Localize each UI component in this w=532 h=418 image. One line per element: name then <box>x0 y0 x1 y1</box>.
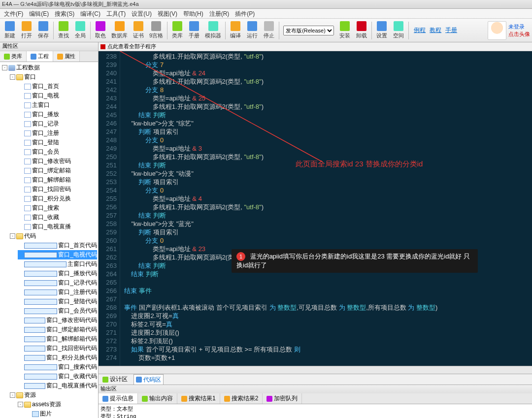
tree-item[interactable]: 窗口_电视代码 <box>18 250 97 259</box>
toolbar-编译[interactable]: 编译 <box>228 20 243 40</box>
toolbar-新建[interactable]: 新建 <box>2 20 18 40</box>
tree-item[interactable]: 窗口_电视 <box>18 91 97 100</box>
tree-item[interactable]: 窗口_积分兑换 <box>18 194 97 203</box>
tree-item[interactable]: 窗口_注册代码 <box>18 288 97 297</box>
tree-item[interactable]: 窗口_电视直播代码 <box>18 381 97 390</box>
tree-item[interactable]: -资源 <box>10 390 97 400</box>
code-icon <box>24 327 45 333</box>
tree-item[interactable]: 主窗口代码 <box>18 259 97 269</box>
toolbar-全局[interactable]: 全局 <box>72 20 88 40</box>
menu-item[interactable]: 视图(V) <box>155 9 180 18</box>
tree-item[interactable]: 窗口_搜索 <box>18 203 97 213</box>
expand-icon[interactable]: - <box>2 65 7 70</box>
tree-item[interactable]: 窗口_会员代码 <box>18 306 97 316</box>
menu-item[interactable]: 工具(T) <box>103 9 129 18</box>
tree-item[interactable]: 窗口_记录 <box>18 119 97 129</box>
tree-item[interactable]: -代码 <box>10 231 97 241</box>
annotation-number-icon: 1 <box>236 252 245 261</box>
output-tab[interactable]: 搜索结果2 <box>220 393 263 404</box>
project-tree[interactable]: -工程数据-窗口窗口_首页窗口_电视主窗口窗口_播放窗口_记录窗口_注册窗口_登… <box>0 62 98 418</box>
output-tab[interactable]: 提示信息 <box>99 393 138 404</box>
tree-item[interactable]: 窗口_首页代码 <box>18 241 97 250</box>
toolbar-打开[interactable]: 打开 <box>19 20 34 40</box>
left-tab[interactable]: 属性 <box>53 51 80 62</box>
toolbar-保存[interactable]: 保存 <box>35 20 51 40</box>
menu-item[interactable]: 设置(U) <box>129 9 155 18</box>
expand-icon[interactable]: - <box>10 233 15 239</box>
toolbar-模拟器[interactable]: 模拟器 <box>203 20 223 40</box>
editor-bottom-tabs: 设计区 代码区 <box>99 374 532 385</box>
toolbar-类库[interactable]: 类库 <box>169 20 185 40</box>
tree-item[interactable]: 窗口_收藏代码 <box>18 372 97 381</box>
tree-item[interactable]: 窗口_绑定邮箱代码 <box>18 325 97 334</box>
menu-item[interactable]: 文件(F) <box>1 9 26 18</box>
tree-item[interactable]: 窗口_首页 <box>18 82 97 91</box>
tree-item[interactable]: 窗口_解绑邮箱 <box>18 175 97 185</box>
tab-icon <box>181 396 187 402</box>
tree-item[interactable]: 窗口_记录代码 <box>18 278 97 288</box>
tree-item[interactable]: 窗口_注册 <box>18 129 97 138</box>
tree-item[interactable]: -assets资源 <box>18 400 97 409</box>
release-select[interactable]: 发布版(Release) <box>283 26 334 35</box>
page-icon <box>24 177 31 183</box>
left-tab[interactable]: 工程 <box>27 51 53 62</box>
left-tab[interactable]: 类库 <box>0 51 27 62</box>
toolbar-运行[interactable]: 运行 <box>244 20 260 40</box>
tree-item[interactable]: 窗口_积分兑换代码 <box>18 353 97 362</box>
tree-item[interactable]: 窗口_登陆代码 <box>18 297 97 306</box>
tree-item[interactable]: -窗口 <box>10 72 97 82</box>
toolbar-空间[interactable]: 空间 <box>391 20 406 40</box>
tree-item[interactable]: 主窗口 <box>18 100 97 110</box>
output-tab[interactable]: 搜索结果1 <box>177 393 220 404</box>
toolbar-查找[interactable]: 查找 <box>56 20 71 40</box>
tree-item[interactable]: 窗口_修改密码 <box>18 157 97 166</box>
tree-item[interactable]: 图片 <box>26 409 97 418</box>
tree-item[interactable]: 窗口_解绑邮箱代码 <box>18 334 97 344</box>
tree-item[interactable]: 窗口_登陆 <box>18 138 97 147</box>
expand-icon[interactable]: - <box>18 402 23 407</box>
tree-item[interactable]: -工程数据 <box>2 63 97 72</box>
menu-item[interactable]: 编辑(E) <box>26 9 52 18</box>
tab-code[interactable]: 代码区 <box>133 374 164 385</box>
output-tab[interactable]: 加密队列 <box>263 393 302 404</box>
tree-item[interactable]: 窗口_修改密码代码 <box>18 316 97 325</box>
menu-item[interactable]: 插件(P) <box>232 9 258 18</box>
output-tab[interactable]: 输出内容 <box>138 393 177 404</box>
toolbar-9宫格[interactable]: 9宫格 <box>147 20 165 40</box>
expand-icon[interactable]: - <box>10 392 15 398</box>
avatar[interactable] <box>488 21 506 40</box>
menu-item[interactable]: 注册(R) <box>206 9 233 18</box>
toolbar-取色[interactable]: 取色 <box>93 20 108 40</box>
tree-item[interactable]: 窗口_搜索代码 <box>18 362 97 372</box>
left-panel-title: 属性区 <box>0 42 98 51</box>
tree-item[interactable]: 窗口_找回密码代码 <box>18 344 97 353</box>
tree-item[interactable]: 窗口_绑定邮箱 <box>18 166 97 175</box>
tree-item[interactable]: 窗口_会员 <box>18 147 97 157</box>
toolbar-数据库[interactable]: 数据库 <box>109 20 130 40</box>
menu-item[interactable]: 搜索(S) <box>52 9 77 18</box>
menu-item[interactable]: 帮助(H) <box>180 9 206 18</box>
db-icon <box>8 65 15 71</box>
tree-item[interactable]: 窗口_找回密码 <box>18 185 97 194</box>
toolbar-停止[interactable]: 停止 <box>261 20 277 40</box>
toolbar-证书[interactable]: 证书 <box>131 20 146 40</box>
horizontal-scrollbar[interactable] <box>99 366 532 374</box>
toolbar-手册[interactable]: 手册 <box>186 20 202 40</box>
tree-item[interactable]: 窗口_电视直播 <box>18 222 97 231</box>
expand-icon[interactable]: - <box>10 74 15 80</box>
code-icon <box>24 289 57 295</box>
tab-design[interactable]: 设计区 <box>100 374 130 385</box>
toolbar-安装[interactable]: 安装 <box>337 20 353 40</box>
tree-item[interactable]: 窗口_播放 <box>18 110 97 119</box>
toolbar-卸载[interactable]: 卸载 <box>354 20 369 40</box>
code-editor[interactable]: 238 239 240 241 242 243 244 245 246 247 … <box>99 51 532 366</box>
toolbar-link[interactable]: 例程 <box>414 26 426 34</box>
tree-item[interactable]: 窗口_播放代码 <box>18 269 97 278</box>
tree-item[interactable]: 窗口_收藏 <box>18 213 97 222</box>
menu-item[interactable]: 编译(C) <box>77 9 103 18</box>
code-body[interactable]: 多线程1.开始取网页源码2(类型, "utf-8") 分支 7 类型=api地址… <box>120 51 532 366</box>
toolbar-link[interactable]: 教程 <box>430 26 441 34</box>
toolbar-link[interactable]: 手册 <box>445 26 457 34</box>
toolbar-设置[interactable]: 设置 <box>374 20 390 40</box>
breadcrumb-bar[interactable]: 点此查看全部子程序 <box>99 42 532 51</box>
